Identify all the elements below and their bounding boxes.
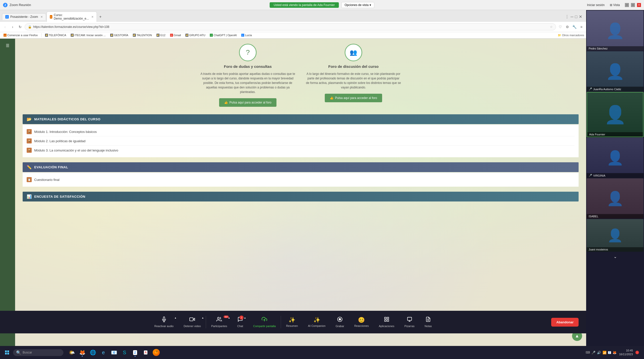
folder-section-icon: 📂 [27,117,32,122]
new-tab-button[interactable]: + [97,14,103,20]
bookmark-lucia[interactable]: L Lucía [240,33,253,37]
moodle-favicon: b [50,15,52,19]
toolbar-participants[interactable]: Participantes 53 ▲ [206,315,232,330]
mic-sys-icon[interactable]: 🎤 [591,351,595,354]
taskbar-app-acrobat[interactable]: A [141,348,150,357]
more-participants-button[interactable]: ⌄ [587,252,643,261]
extensions-icon[interactable]: 🔧 [572,24,577,30]
taskbar-clock[interactable]: 10:45 16/11/2023 [619,349,633,356]
tab-zoom[interactable]: Z Posasistente - Zoom ✕ [2,13,46,20]
taskbar-search-text: Buscar [23,351,32,354]
taskbar-app-misc[interactable]: 🍊 [151,348,161,357]
view-options-button[interactable]: Opciones de vista ▾ [341,2,374,8]
zoom-sys-icon[interactable]: Z [608,351,611,354]
toolbar-video[interactable]: Detener video ▲ [179,315,206,330]
bookmark-talention[interactable]: 📁 TALENTION [131,33,153,37]
close-button[interactable]: ✕ [637,3,641,7]
end-meeting-button[interactable]: Abandonar [551,318,579,327]
edit-section-icon: ✏️ [27,165,32,170]
tab-list-button[interactable]: ⋮ [565,14,569,19]
close-browser-button[interactable]: ✕ [579,14,582,19]
forward-button[interactable]: › [10,24,16,30]
tab-moodle-close[interactable]: ✕ [91,15,94,19]
network-icon[interactable]: 📶 [602,351,607,354]
start-button[interactable] [3,348,12,357]
bookmark-chatgpt[interactable]: C ChatGPT | OpenAI [208,33,238,37]
firefox-favicon: 🦊 [4,34,7,37]
module-item-3[interactable]: 📦 Módulo 3. La comunicación y el uso del… [27,146,575,155]
quiz-item[interactable]: 📋 Cuestionario final [27,175,575,184]
taskbar-search[interactable]: 🔍 Buscar [13,349,63,356]
maximize-button[interactable]: □ [631,3,635,7]
tab-zoom-close[interactable]: ✕ [41,15,43,19]
whiteboard-icon [407,317,412,324]
vista-btn[interactable]: ⊞ Vista [610,3,620,7]
taskbar-app-weather[interactable]: 🌤️ [67,348,76,357]
forum1-button[interactable]: 👍 Pulsa aquí para acceder al foro [219,98,276,107]
svg-rect-10 [384,320,386,321]
svg-rect-9 [387,317,388,319]
bookmark-gmail[interactable]: G Gmail [169,33,183,37]
keyboard-icon[interactable]: ⌨ [586,351,590,354]
chatgpt-favicon: C [210,34,213,37]
toolbar-participants-arrow: ▲ [228,317,230,319]
module-item-1[interactable]: 📦 Módulo 1. Introducción: Conceptos bási… [27,127,575,136]
toolbar-reacciones[interactable]: 😊 Reacciones [349,315,374,329]
taskbar-app-skype[interactable]: S [120,348,129,357]
audio-icon[interactable]: 🔊 [597,351,601,354]
star-icon[interactable]: ☆ [550,25,553,29]
module-label-3: Módulo 3. La comunicación y el uso del l… [34,148,118,152]
bookmark-icon[interactable]: ♡ [557,24,563,30]
url-text[interactable]: https://talention.formazionate.es/course… [33,25,548,29]
toolbar-audio[interactable]: Reactivar audio ▲ [149,315,178,330]
reload-button[interactable]: ↻ [17,24,23,30]
taskbar-app-firefox[interactable]: 🦊 [77,348,87,357]
bookmark-atu[interactable]: 📁 GRUPO ATU [184,33,207,37]
notification-badge[interactable]: ! [635,351,639,354]
zoom-toolbar: Reactivar audio ▲ Detener video ▲ [0,311,586,333]
toolbar-pizarras[interactable]: Pizarras [399,315,419,330]
svg-rect-3 [190,318,193,321]
taskbar-app-edge[interactable]: e [99,348,108,357]
taskbar-app-outlook[interactable]: 📧 [109,348,119,357]
sidebar-menu-icon[interactable]: ☰ [4,41,11,50]
bookmark-telefonica[interactable]: 📁 TELEFÓNICA [44,33,68,37]
section-encuesta-title: ENCUESTA DE SATISFACCIÓN [34,195,85,198]
settings-icon[interactable]: ⚙ [565,24,570,30]
juani-name-bar: Juani mosteiros [587,247,643,252]
menu-icon[interactable]: ≡ [579,24,584,30]
back-button[interactable]: ‹ [2,24,8,30]
bookmark-g12[interactable]: 📁 G12 [155,33,167,37]
tab-moodle[interactable]: b Curso: Demo_sensibilización_e... ✕ [47,12,97,22]
minimize-browser-button[interactable]: ─ [571,15,573,19]
toolbar-aplicaciones[interactable]: Aplicaciones [374,315,399,330]
ada-video: 👤 [587,92,643,137]
svg-marker-2 [193,318,195,320]
browser-sys-icon[interactable]: 🦊 [613,351,617,354]
forum2-button[interactable]: 👍 Pulsa aquí para acceder al foro [325,94,382,102]
address-bar[interactable]: 🔒 https://talention.formazionate.es/cour… [25,23,556,30]
taskbar-app-chrome[interactable]: 🌐 [88,348,98,357]
titlebar-center: Usted está viendo la pantalla de Ada Fou… [270,2,374,8]
zoom-content-area: Z Posasistente - Zoom ✕ b Curso: Demo_se… [0,10,644,346]
start-session-btn[interactable]: Iniciar sesión [587,3,605,7]
bookmark-gestoria[interactable]: 📁 GESTORÍA [109,33,130,37]
toolbar-grabar[interactable]: Grabar [331,315,349,330]
toolbar-pizarras-label: Pizarras [404,325,414,328]
toolbar-ai-companion[interactable]: ✨ AI Companion [303,315,331,329]
minimize-button[interactable]: ─ [625,3,629,7]
folder-icon: 📁 [156,34,159,37]
mic-on-icon: 🎤 [589,87,592,91]
bookmark-firefox[interactable]: 🦊 Comenzar a usar Firefox [2,33,39,37]
toolbar-share[interactable]: Compartir pantalla [248,315,281,330]
toolbar-chat[interactable]: 1 Chat ▲ [232,315,248,330]
taskbar-app-zoom[interactable]: Z [130,348,140,357]
toolbar-notas[interactable]: Notas [420,315,437,330]
toolbar-resumen[interactable]: ✨ Resumen [281,315,303,329]
module-item-2[interactable]: 📦 Módulo 2. Las políticas de igualdad [27,136,575,146]
bookmarks-more[interactable]: 📁 Otros marcadores [558,34,584,37]
restore-browser-button[interactable]: □ [575,15,577,19]
toolbar-audio-label: Reactivar audio [154,325,173,328]
course-content[interactable]: ? Foro de dudas y consultas A través de … [15,39,586,346]
bookmark-itecam[interactable]: 📁 ITECAM: Iniciar sesión ... [69,33,107,37]
